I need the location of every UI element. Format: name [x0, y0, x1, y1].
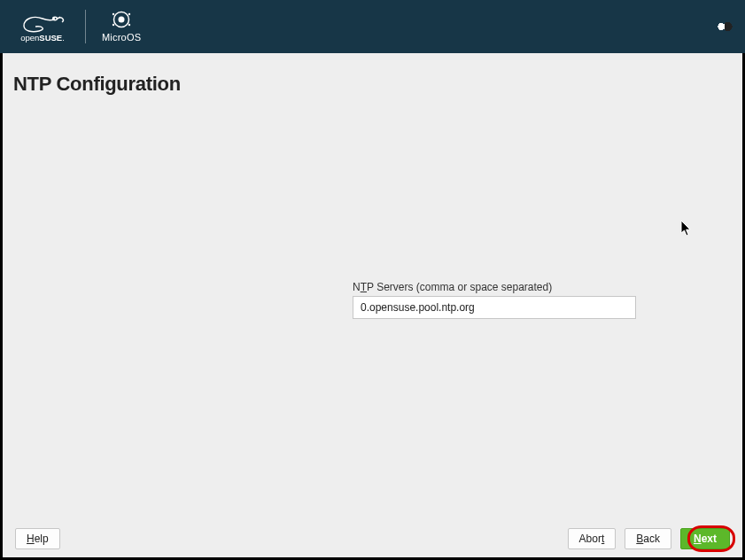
microos-logo: MicroOS: [102, 11, 141, 43]
ntp-field-area: NTP Servers (comma or space separated): [353, 281, 636, 319]
abort-accel: t: [601, 533, 604, 545]
ntp-label-post: P Servers (comma or space separated): [367, 281, 552, 293]
svg-point-5: [113, 13, 114, 15]
help-button[interactable]: Help: [15, 528, 60, 549]
opensuse-logo: openSUSE.: [16, 10, 69, 43]
ntp-label-accel: T: [361, 281, 367, 293]
footer-bar: Help Abort Back Next: [3, 520, 742, 557]
svg-point-7: [113, 24, 114, 26]
back-rest: ack: [643, 533, 660, 545]
svg-point-1: [55, 18, 57, 19]
svg-point-8: [128, 24, 130, 26]
ntp-servers-input[interactable]: [353, 296, 636, 319]
svg-point-4: [119, 17, 125, 23]
svg-text:openSUSE.: openSUSE.: [20, 33, 65, 43]
back-button[interactable]: Back: [625, 528, 671, 549]
next-rest: ext: [702, 533, 717, 545]
abort-pre: Abor: [579, 533, 601, 545]
microos-label: MicroOS: [102, 32, 141, 43]
next-accel: N: [694, 533, 702, 545]
page-title: NTP Configuration: [13, 73, 181, 96]
next-button[interactable]: Next: [680, 528, 730, 549]
microos-icon: [110, 11, 133, 30]
help-rest: elp: [35, 533, 49, 545]
header-bar: openSUSE. MicroOS: [0, 0, 745, 53]
main-content: NTP Configuration NTP Servers (comma or …: [3, 53, 742, 557]
footer-actions: Abort Back Next: [568, 528, 730, 549]
theme-toggle-icon[interactable]: [717, 20, 733, 33]
logo-section: openSUSE. MicroOS: [16, 10, 141, 43]
abort-button[interactable]: Abort: [568, 528, 617, 549]
svg-point-6: [128, 13, 130, 15]
logo-divider: [85, 10, 86, 43]
opensuse-geeko-icon: openSUSE.: [16, 10, 69, 43]
ntp-label-pre: N: [353, 281, 361, 293]
ntp-servers-label: NTP Servers (comma or space separated): [353, 281, 636, 293]
help-accel: H: [27, 533, 35, 545]
